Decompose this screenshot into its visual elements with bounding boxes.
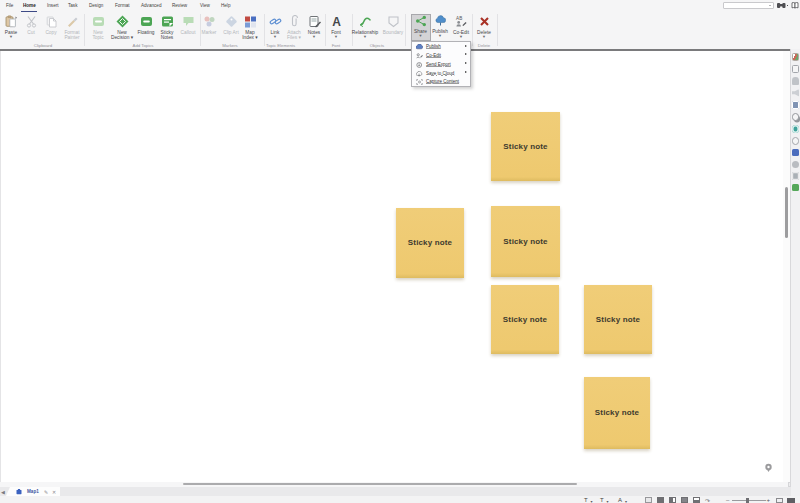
svg-text:A: A	[332, 15, 341, 28]
svg-text:AB: AB	[456, 16, 462, 21]
